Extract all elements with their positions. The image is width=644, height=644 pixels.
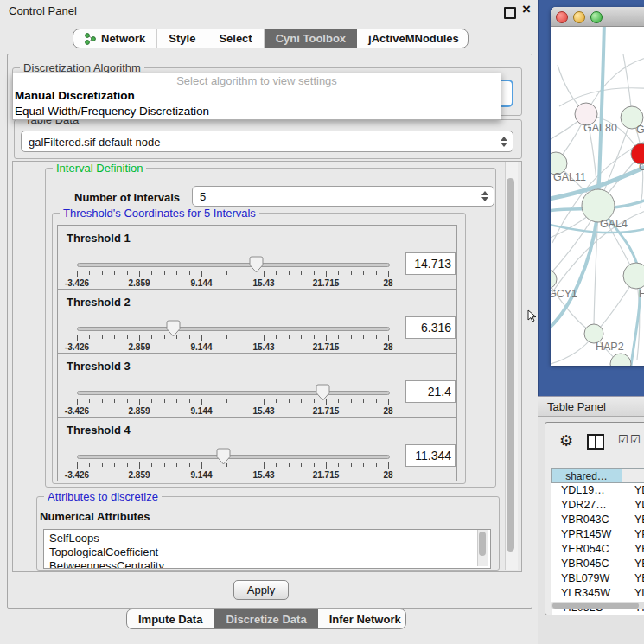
slider-track[interactable] bbox=[77, 327, 390, 331]
tick-mark bbox=[388, 271, 389, 277]
float-window-icon[interactable] bbox=[504, 7, 516, 19]
attribute-list-item[interactable]: TopologicalCoefficient bbox=[44, 545, 490, 559]
tick-mark bbox=[388, 335, 389, 341]
network-canvas[interactable]: GAL80GCGAL11GAL4GCY1HHAP2 bbox=[551, 27, 644, 366]
slider-knob[interactable] bbox=[249, 256, 264, 273]
network-node[interactable] bbox=[610, 354, 631, 366]
table-row[interactable]: YDR27…YDR27 bbox=[551, 498, 644, 513]
tick-label: 15.43 bbox=[252, 342, 274, 352]
column-header-shared-name[interactable]: shared… bbox=[551, 468, 622, 483]
tick-mark bbox=[189, 399, 190, 403]
tab-impute-data[interactable]: Impute Data bbox=[127, 609, 214, 628]
tick-mark bbox=[139, 462, 140, 469]
tab-network[interactable]: Network bbox=[73, 29, 157, 48]
network-view-window: GAL80GCGAL11GAL4GCY1HHAP2 bbox=[551, 7, 644, 366]
attributes-legend: Attributes to discretize bbox=[44, 490, 162, 503]
tick-mark bbox=[127, 335, 128, 339]
numerical-attributes-list[interactable]: SelfLoopsTopologicalCoefficientBetweenne… bbox=[43, 529, 491, 569]
tick-mark bbox=[314, 335, 315, 339]
tick-label: 15.43 bbox=[252, 406, 274, 416]
tab-jactivemnodules[interactable]: jActiveMNodules bbox=[357, 29, 469, 48]
table-row[interactable]: YDL19…YDL19 bbox=[551, 483, 644, 498]
apply-button[interactable]: Apply bbox=[233, 580, 289, 600]
threshold-value-field[interactable]: 14.713 bbox=[405, 252, 456, 275]
network-edge-highlighted[interactable] bbox=[598, 27, 604, 206]
threshold-panel: Threshold 2-3.4262.8599.14415.4321.71528… bbox=[57, 289, 457, 354]
algorithm-option-equal-width[interactable]: Equal Width/Frequency Discretization bbox=[13, 104, 501, 119]
tick-mark bbox=[351, 463, 352, 467]
algorithm-prompt-option[interactable]: Select algorithm to view settings bbox=[13, 73, 501, 88]
minimize-traffic-light[interactable] bbox=[573, 11, 585, 23]
tab-select[interactable]: Select bbox=[207, 29, 264, 48]
threshold-value-field[interactable]: 21.4 bbox=[405, 380, 456, 403]
network-node[interactable] bbox=[551, 270, 557, 289]
table-row[interactable]: YER054CYER054C bbox=[551, 542, 644, 557]
tick-mark bbox=[114, 463, 115, 467]
table-row[interactable]: YBL079WYBL079W bbox=[551, 571, 644, 586]
zoom-traffic-light[interactable] bbox=[590, 11, 603, 23]
checkbox-checked-icon[interactable]: ☑ bbox=[618, 433, 628, 446]
slider-tick-labels: -3.4262.8599.14415.4321.71528 bbox=[77, 470, 388, 480]
threshold-label: Threshold 4 bbox=[67, 424, 131, 437]
tick-mark bbox=[338, 463, 339, 467]
tick-mark bbox=[201, 271, 202, 277]
column-header-name[interactable]: n bbox=[622, 468, 644, 483]
threshold-panel: Threshold 1-3.4262.8599.14415.4321.71528… bbox=[57, 225, 457, 290]
tab-cyni-toolbox[interactable]: Cyni Toolbox bbox=[265, 29, 357, 48]
tick-mark bbox=[252, 399, 252, 403]
vertical-scrollbar-thumb[interactable] bbox=[507, 178, 514, 552]
horizontal-scrollbar-thumb[interactable] bbox=[552, 603, 639, 609]
split-columns-icon[interactable] bbox=[587, 434, 604, 453]
tick-mark bbox=[239, 463, 239, 467]
close-traffic-light[interactable] bbox=[556, 11, 568, 23]
tick-mark bbox=[201, 399, 202, 405]
tick-mark bbox=[314, 271, 315, 275]
tab-style[interactable]: Style bbox=[157, 29, 207, 48]
cell-shared-name: YER054C bbox=[552, 542, 634, 557]
tick-mark bbox=[276, 399, 277, 403]
table-data-combobox[interactable]: galFiltered.sif default node bbox=[21, 131, 513, 152]
attribute-list-item[interactable]: BetweennessCentrality bbox=[44, 559, 490, 569]
table-body: YDL19…YDL19YDR27…YDR27YBR043CYBR043CYPR1… bbox=[551, 483, 644, 602]
tick-label: 15.43 bbox=[252, 278, 274, 288]
tick-label: 21.715 bbox=[313, 406, 340, 416]
network-node-label: GCY1 bbox=[551, 288, 577, 300]
threshold-label: Threshold 1 bbox=[67, 232, 131, 245]
gear-icon[interactable]: ⚙ bbox=[559, 431, 573, 450]
network-edge[interactable] bbox=[586, 56, 644, 114]
attribute-list-item[interactable]: SelfLoops bbox=[44, 530, 490, 545]
table-row[interactable]: YPR145WYPR145W bbox=[551, 527, 644, 542]
algorithm-option-manual[interactable]: Manual Discretization bbox=[13, 88, 501, 104]
table-row[interactable]: YLR345WYLR345W bbox=[551, 586, 644, 601]
tick-label: 2.859 bbox=[128, 470, 150, 480]
table-row[interactable]: YBR043CYBR043C bbox=[551, 513, 644, 527]
slider-track[interactable] bbox=[77, 455, 390, 459]
tick-mark bbox=[77, 271, 78, 277]
slider-track[interactable] bbox=[77, 263, 390, 267]
tab-infer-network[interactable]: Infer Network bbox=[318, 609, 406, 628]
tick-mark bbox=[127, 399, 128, 403]
threshold-value-field[interactable]: 11.344 bbox=[405, 444, 456, 467]
tick-mark bbox=[314, 399, 315, 403]
tab-discretize-data[interactable]: Discretize Data bbox=[214, 609, 317, 628]
network-window-titlebar[interactable] bbox=[551, 7, 644, 27]
attributes-scrollbar-thumb[interactable] bbox=[479, 532, 486, 556]
slider-track[interactable] bbox=[77, 391, 390, 395]
tick-mark bbox=[301, 271, 302, 275]
tick-mark bbox=[289, 399, 290, 403]
checkbox-checked-icon[interactable]: ☑ bbox=[630, 433, 641, 446]
tick-mark bbox=[363, 271, 364, 275]
table-row[interactable]: YBR045CYBR045C bbox=[551, 557, 644, 571]
threshold-value-field[interactable]: 6.316 bbox=[405, 316, 456, 339]
tick-mark bbox=[189, 335, 190, 339]
tick-mark bbox=[176, 463, 177, 467]
slider-knob[interactable] bbox=[166, 320, 181, 337]
number-of-intervals-combobox[interactable]: 5 bbox=[192, 186, 494, 207]
network-node[interactable] bbox=[623, 263, 644, 289]
slider-knob[interactable] bbox=[216, 448, 231, 465]
tick-label: 28 bbox=[383, 470, 392, 480]
tick-label: 21.715 bbox=[313, 470, 340, 480]
slider-knob[interactable] bbox=[316, 384, 330, 401]
close-icon[interactable]: × bbox=[522, 1, 531, 18]
slider-tick-labels: -3.4262.8599.14415.4321.71528 bbox=[77, 278, 388, 288]
